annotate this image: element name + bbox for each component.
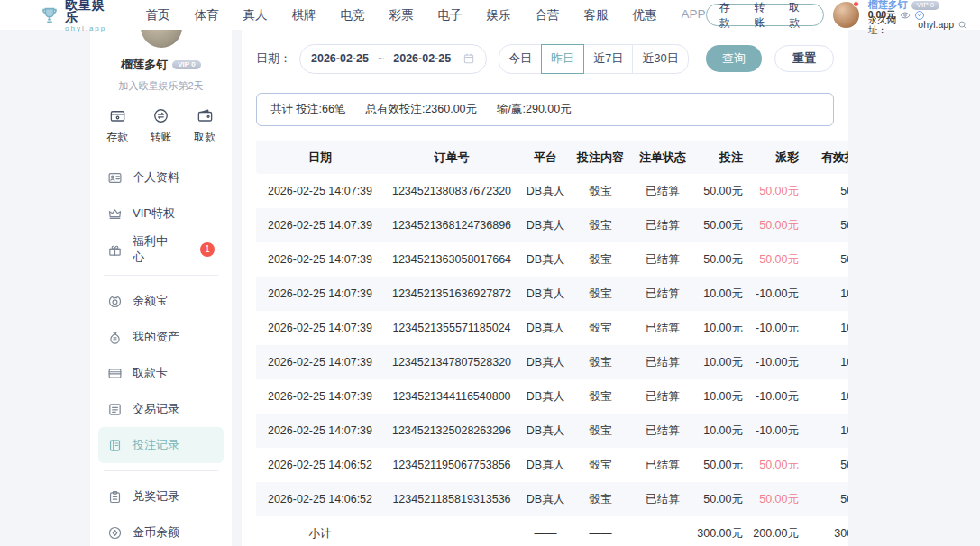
bet-amount: 50.00元 <box>696 208 752 242</box>
platform: DB真人 <box>519 242 572 277</box>
nav-item-合营[interactable]: 合营 <box>535 7 559 23</box>
table-row: 2026-02-25 14:07:391234521325028263296DB… <box>256 414 848 448</box>
username[interactable]: 榴莲多钉 <box>868 0 908 10</box>
wallet-action-存款[interactable]: 存款 <box>719 0 741 31</box>
nav-item-首页[interactable]: 首页 <box>145 7 169 23</box>
site-logo[interactable]: 欧皇娱乐 ohyl.app <box>40 0 118 32</box>
bet-records-panel: 日期： 2026-02-25 ~ 2026-02-25 今日昨日近7日近30日 … <box>242 30 848 546</box>
bet-amount: 10.00元 <box>696 414 752 448</box>
notification-badge: 1 <box>200 242 215 257</box>
user-avatar[interactable] <box>833 2 859 28</box>
menu-divider <box>104 275 218 276</box>
platform: DB真人 <box>519 414 572 448</box>
user-info: 榴莲多钉 VIP 0 0.00元 <box>868 0 967 30</box>
sidebar-item-我的资产[interactable]: 我的资产 <box>98 319 224 355</box>
platform: DB真人 <box>519 277 572 311</box>
valid-bet-amount: 10.00元 <box>808 345 848 379</box>
platform: DB真人 <box>519 208 572 242</box>
sidebar-item-交易记录[interactable]: 交易记录 <box>98 391 224 427</box>
payout-amount: -10.00元 <box>752 277 808 311</box>
sidebar-item-投注记录[interactable]: 投注记录 <box>98 427 224 463</box>
preset-button-近30日[interactable]: 近30日 <box>632 44 688 74</box>
yuebao-icon <box>107 294 123 309</box>
wallet-action-取款[interactable]: 取款 <box>789 0 811 31</box>
nav-item-体育[interactable]: 体育 <box>194 7 218 23</box>
bet-date: 2026-02-25 14:07:39 <box>256 345 384 379</box>
quick-action-取款[interactable]: 取款 <box>194 107 215 145</box>
payout-amount: -10.00元 <box>752 345 808 379</box>
table-row: 2026-02-25 14:06:521234521195067753856DB… <box>256 448 848 482</box>
bet-amount: 50.00元 <box>696 174 752 208</box>
subtotal-payout: 200.00元 <box>752 516 808 546</box>
nav-item-棋牌[interactable]: 棋牌 <box>291 7 316 23</box>
sidebar-item-金币余额[interactable]: 金币余额 <box>98 514 224 546</box>
profile-sidebar: 榴莲多钉 VIP 0 加入欧皇娱乐第2天 存款转账取款 个人资料VIP特权福利中… <box>90 30 232 546</box>
bet-status: 已结算 <box>629 414 696 448</box>
nav-item-客服[interactable]: 客服 <box>583 7 608 23</box>
bet-amount: 50.00元 <box>696 448 752 482</box>
sidebar-item-个人资料[interactable]: 个人资料 <box>98 159 224 196</box>
nav-item-彩票[interactable]: 彩票 <box>389 7 413 23</box>
table-row: 2026-02-25 14:07:391234521380837672320DB… <box>256 174 848 208</box>
table-header: 日期订单号平台投注内容注单状态投注派彩有效投注额 <box>256 141 848 174</box>
nav-item-电子[interactable]: 电子 <box>437 7 462 23</box>
header-user-area: 存款转账取款 榴莲多钉 VIP 0 0.00元 <box>706 0 968 30</box>
assets-icon <box>107 330 123 345</box>
sidebar-item-兑奖记录[interactable]: 兑奖记录 <box>98 478 224 514</box>
vip-badge: VIP 0 <box>911 1 939 10</box>
bet-date: 2026-02-25 14:07:39 <box>256 208 384 242</box>
calendar-icon <box>463 52 475 65</box>
sidebar-item-label: 我的资产 <box>133 329 179 345</box>
logo-subtitle: ohyl.app <box>65 25 118 32</box>
nav-item-电竞[interactable]: 电竞 <box>340 7 364 23</box>
nav-item-优惠[interactable]: 优惠 <box>632 7 656 23</box>
valid-bet-amount: 10.00元 <box>808 379 848 414</box>
logo-title: 欧皇娱乐 <box>65 0 118 23</box>
payout-amount: 50.00元 <box>752 208 808 242</box>
sidebar-item-余额宝[interactable]: 余额宝 <box>98 283 224 319</box>
bet-status: 已结算 <box>629 277 696 311</box>
bet-amount: 10.00元 <box>696 345 752 379</box>
preset-button-今日[interactable]: 今日 <box>499 44 542 74</box>
bet-content: 骰宝 <box>572 208 629 242</box>
nav-item-真人[interactable]: 真人 <box>243 7 267 23</box>
quick-action-存款[interactable]: 存款 <box>106 107 128 145</box>
payout-amount: 50.00元 <box>752 482 808 516</box>
platform: DB真人 <box>519 379 572 414</box>
platform: DB真人 <box>519 345 572 379</box>
page: 欧皇娱乐 ohyl.app 首页体育真人棋牌电竞彩票电子娱乐合营客服优惠APP … <box>0 0 980 546</box>
bet-status: 已结算 <box>629 379 696 414</box>
date-preset-group: 今日昨日近7日近30日 <box>499 44 689 74</box>
platform: DB真人 <box>519 448 572 482</box>
sidebar-item-label: 取款卡 <box>133 365 168 381</box>
valid-bet-amount: 10.00元 <box>808 414 848 448</box>
search-icon[interactable] <box>957 20 967 30</box>
platform: DB真人 <box>519 482 572 516</box>
payout-amount: 50.00元 <box>752 242 808 277</box>
nav-item-娱乐[interactable]: 娱乐 <box>486 7 510 23</box>
sidebar-item-label: VIP特权 <box>133 205 175 222</box>
sidebar-item-取款卡[interactable]: 取款卡 <box>98 355 224 391</box>
preset-button-昨日[interactable]: 昨日 <box>541 44 584 74</box>
sidebar-item-福利中心[interactable]: 福利中心1 <box>98 232 224 268</box>
quick-action-转账[interactable]: 转账 <box>151 107 172 145</box>
bet-status: 已结算 <box>629 174 696 208</box>
quick-action-label: 转账 <box>151 130 172 145</box>
bet-date: 2026-02-25 14:07:39 <box>256 414 384 448</box>
main-nav: 首页体育真人棋牌电竞彩票电子娱乐合营客服优惠APP <box>145 7 705 23</box>
wallet-action-转账[interactable]: 转账 <box>754 0 775 31</box>
preset-button-近7日[interactable]: 近7日 <box>583 44 633 74</box>
table-row: 2026-02-25 14:07:391234521355571185024DB… <box>256 311 848 345</box>
quick-action-label: 存款 <box>106 130 128 145</box>
nav-item-APP[interactable]: APP <box>681 7 705 23</box>
reset-button[interactable]: 重置 <box>774 45 834 72</box>
permanent-url-value[interactable]: ohyl.app <box>918 20 954 30</box>
valid-bet-amount: 10.00元 <box>808 311 848 345</box>
sidebar-item-VIP特权[interactable]: VIP特权 <box>98 196 224 232</box>
menu-divider <box>104 470 218 471</box>
sidebar-item-label: 个人资料 <box>133 169 179 186</box>
crown-icon <box>107 206 123 222</box>
query-button[interactable]: 查询 <box>706 45 762 72</box>
date-range-input[interactable]: 2026-02-25 ~ 2026-02-25 <box>299 44 487 74</box>
profile-avatar[interactable] <box>141 30 182 48</box>
